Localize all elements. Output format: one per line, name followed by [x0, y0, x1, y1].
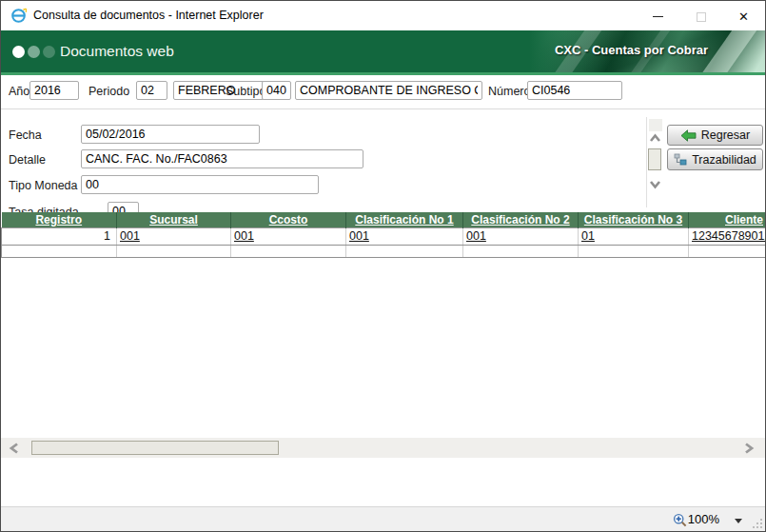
detail-label: Detalle	[9, 153, 46, 167]
module-title: CXC - Cuentas por Cobrar	[555, 43, 708, 57]
table-cell[interactable]: 01	[579, 227, 689, 245]
page-header: Documentos web CXC - Cuentas por Cobrar	[1, 30, 765, 72]
column-header-clasificacion3[interactable]: Clasificación No 3	[579, 212, 689, 227]
table-cell[interactable]: 001	[463, 227, 579, 245]
year-field[interactable]	[29, 81, 79, 100]
scroll-right-icon[interactable]	[744, 443, 755, 454]
minimize-button[interactable]	[637, 1, 679, 30]
number-field[interactable]	[527, 81, 622, 100]
scroll-left-icon[interactable]	[9, 443, 19, 454]
table-cell[interactable]: 001	[231, 227, 346, 245]
back-button-label: Regresar	[701, 128, 750, 142]
period-code-field[interactable]	[136, 81, 167, 100]
close-icon: ✕	[738, 10, 749, 24]
close-button[interactable]: ✕	[722, 1, 765, 30]
subtype-name-field[interactable]	[295, 81, 482, 100]
zoom-magnifier-icon[interactable]	[673, 513, 687, 527]
rate-label: Tasa digitada	[9, 206, 79, 212]
table-cell	[579, 245, 689, 257]
year-label: Año	[9, 85, 29, 98]
table-cell	[346, 245, 463, 257]
column-header-cliente[interactable]: Cliente	[689, 212, 766, 227]
scrollbar-cap	[649, 119, 662, 131]
header-separator	[1, 72, 765, 75]
column-header-clasificacion1[interactable]: Clasificación No 1	[346, 212, 463, 227]
horizontal-scrollbar	[1, 438, 765, 458]
table-cell[interactable]: 001	[346, 227, 463, 245]
zoom-dropdown-caret[interactable]	[735, 519, 742, 523]
table-row	[2, 245, 766, 257]
table-cell	[231, 245, 346, 257]
table-cell: 1	[2, 227, 117, 245]
subtype-label: Subtipo	[226, 85, 265, 98]
zoom-level[interactable]: 100%	[688, 507, 719, 532]
title-bar: Consulta de documentos - Internet Explor…	[1, 1, 765, 30]
scroll-up-icon[interactable]	[649, 133, 661, 143]
table-cell[interactable]: 1234567890123	[689, 227, 766, 245]
dot-icon	[12, 46, 25, 58]
back-arrow-icon	[680, 129, 697, 142]
subtype-code-field[interactable]	[262, 81, 291, 100]
maximize-button[interactable]	[679, 1, 722, 30]
documents-table: Registro Sucursal Ccosto Clasificación N…	[1, 212, 766, 258]
date-label: Fecha	[9, 128, 42, 142]
table-header-row: Registro Sucursal Ccosto Clasificación N…	[2, 212, 766, 227]
horizontal-scroll-thumb[interactable]	[31, 441, 279, 455]
section-divider	[1, 108, 765, 109]
period-label: Periodo	[88, 85, 129, 98]
maximize-icon	[697, 12, 706, 22]
table-row: 1001001001001011234567890123	[2, 227, 766, 245]
dot-icon	[28, 46, 40, 58]
header-dots	[12, 45, 58, 62]
traceability-icon	[674, 153, 687, 166]
table-cell	[2, 245, 117, 257]
date-field[interactable]	[81, 125, 260, 144]
column-header-sucursal[interactable]: Sucursal	[117, 212, 231, 227]
currency-type-field[interactable]	[81, 175, 319, 194]
traceability-button-label: Trazabilidad	[692, 153, 756, 167]
table-cell[interactable]: 001	[117, 227, 231, 245]
currency-type-label: Tipo Moneda	[9, 179, 78, 192]
table-cell	[117, 245, 231, 257]
browser-window: Consulta de documentos - Internet Explor…	[0, 0, 766, 532]
page-title: Documentos web	[60, 30, 174, 72]
traceability-button[interactable]: Trazabilidad	[667, 148, 763, 170]
back-button[interactable]: Regresar	[667, 125, 763, 146]
dot-icon	[43, 46, 55, 58]
rate-field[interactable]	[108, 202, 139, 212]
minimize-icon	[653, 16, 663, 17]
clipped-field-row: Tasa digitada	[1, 198, 401, 212]
column-header-ccosto[interactable]: Ccosto	[231, 212, 346, 227]
number-label: Número	[488, 85, 530, 98]
resize-grip[interactable]	[753, 519, 762, 528]
status-bar: 100%	[1, 506, 765, 531]
detail-field[interactable]	[81, 149, 363, 168]
column-header-clasificacion2[interactable]: Clasificación No 2	[463, 212, 579, 227]
table-cell	[689, 245, 766, 257]
column-header-registro[interactable]: Registro	[2, 212, 117, 227]
table-cell	[463, 245, 579, 257]
vertical-scroll-thumb[interactable]	[648, 148, 661, 170]
vertical-scrollbar	[646, 117, 661, 207]
internet-explorer-icon	[10, 8, 27, 24]
window-title: Consulta de documentos - Internet Explor…	[33, 1, 264, 30]
scroll-down-icon[interactable]	[649, 180, 661, 189]
